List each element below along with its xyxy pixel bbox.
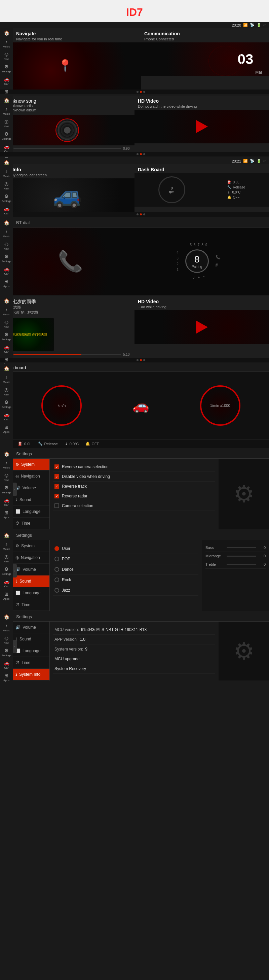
left-handle-3[interactable]: ‹	[13, 640, 17, 653]
checkbox-reverse-track[interactable]	[54, 484, 59, 488]
sb3-music[interactable]: ♪Music	[3, 169, 10, 178]
sidebar-settings[interactable]: ⚙Settings	[2, 64, 11, 73]
communication-card[interactable]: Communication Phone Connected 03 Mar	[141, 28, 269, 89]
option-reverse-camera[interactable]: Reverse camera selection	[53, 462, 215, 472]
nav2-language[interactable]: ⬜ Language	[13, 587, 49, 599]
nav-time[interactable]: ⏱ Time	[13, 518, 49, 530]
sb5-settings[interactable]: ⚙Settings	[2, 332, 11, 341]
sidebar-music[interactable]: ♪Music	[3, 39, 10, 48]
sidebar-navi[interactable]: ◎Navi	[4, 51, 9, 60]
radio-jazz[interactable]	[54, 588, 59, 593]
sound-jazz[interactable]: Jazz	[53, 585, 198, 596]
progress-area[interactable]: 0:00 0:90	[0, 145, 134, 152]
navigate-card[interactable]: Navigate Navigate for you in real time 📍	[13, 28, 141, 89]
sb4-car[interactable]: 🚗Car	[4, 266, 9, 275]
sb8-apps[interactable]: ⊞Apps	[3, 591, 9, 600]
nav2-system[interactable]: ⚙ System	[13, 540, 49, 552]
sb6-car[interactable]: 🚗Car	[4, 412, 9, 421]
radio-user[interactable]	[54, 546, 59, 551]
nav2-time[interactable]: ⏱ Time	[13, 599, 49, 611]
sb6-navi[interactable]: ◎Navi	[4, 387, 9, 396]
sb6-apps[interactable]: ⊞Apps	[3, 425, 9, 433]
nav-language[interactable]: ⬜ Language	[13, 506, 49, 518]
nav2-navigation[interactable]: ◎ Navigation	[13, 552, 49, 564]
sound-user[interactable]: User	[53, 544, 198, 554]
music2-card[interactable]: ♪十七岁的雨季 👤 林志颖 💿 最动听的...林志颖 欢乐玩家每期精彩 你们在天…	[0, 296, 134, 358]
nav2-sound[interactable]: ♩ Sound	[13, 576, 49, 587]
bass-slider[interactable]	[226, 547, 256, 548]
midrange-slider[interactable]	[226, 555, 256, 557]
sb7-apps[interactable]: ⊞Apps	[3, 510, 9, 519]
bass-row[interactable]: Bass 0	[206, 544, 266, 552]
left-handle-1[interactable]: ‹	[13, 483, 17, 496]
sb8-settings[interactable]: ⚙Settings	[2, 566, 11, 576]
sb3-navi[interactable]: ◎Navi	[4, 181, 9, 190]
sb8-home[interactable]: 🏠	[4, 533, 9, 538]
sb9-settings[interactable]: ⚙Settings	[2, 648, 11, 657]
sb3-home[interactable]: 🏠	[4, 160, 9, 165]
sb2-navi[interactable]: ◎Navi	[4, 119, 9, 128]
sb5-car[interactable]: 🚗Car	[4, 344, 9, 353]
call-icon[interactable]: 📞	[215, 255, 221, 259]
checkbox-disable-video[interactable]	[54, 474, 59, 479]
sound-dance[interactable]: Dance	[53, 565, 198, 575]
hd-video2-card[interactable]: HD Video ...ao while driving	[134, 296, 269, 358]
sb9-car[interactable]: 🚗Car	[4, 660, 9, 670]
sysinfo-mcu-upgrade[interactable]: MCU upgrade	[53, 654, 215, 664]
sb8-car[interactable]: 🚗Car	[4, 579, 9, 588]
car-info-card[interactable]: Car Info Display original car screen 🚙	[0, 164, 134, 212]
left-handle-2[interactable]: ‹	[13, 564, 17, 578]
nav-volume[interactable]: 🔊 Volume	[13, 482, 49, 494]
sb2-home[interactable]: 🏠	[4, 98, 9, 103]
sb2-car[interactable]: 🚗Car	[4, 144, 9, 153]
sb5-navi[interactable]: ◎Navi	[4, 320, 9, 328]
radio-rock[interactable]	[54, 578, 59, 582]
sb6-music[interactable]: ♪Music	[3, 375, 10, 383]
treble-slider[interactable]	[226, 564, 256, 565]
radio-pop[interactable]	[54, 557, 59, 562]
option-reverse-track[interactable]: Reverse track	[53, 482, 215, 492]
sb7-settings[interactable]: ⚙Settings	[2, 485, 11, 494]
radio-dance[interactable]	[54, 567, 59, 572]
sb4-apps[interactable]: ⊞Apps	[3, 278, 9, 288]
sound-rock[interactable]: Rock	[53, 575, 198, 585]
progress-track[interactable]	[13, 148, 121, 149]
sb9-apps[interactable]: ⊞Apps	[3, 673, 9, 682]
back-3[interactable]: ↩	[263, 159, 266, 163]
nav3-sound[interactable]: ♩ Sound	[13, 633, 49, 645]
sysinfo-recovery[interactable]: System Recovery	[53, 664, 215, 674]
sb5-music[interactable]: ♪Music	[3, 307, 10, 316]
dashboard-card[interactable]: Dash Board 0 rpm ⛽0.0L 🔧Release 🌡0.0°C 🔔…	[134, 164, 269, 212]
sb2-settings[interactable]: ⚙Settings	[2, 131, 11, 140]
sb7-music[interactable]: ♪Music	[3, 460, 10, 469]
nav3-language[interactable]: ⬜ Language	[13, 645, 49, 657]
sb9-navi[interactable]: ◎Navi	[4, 635, 9, 644]
nav-navigation[interactable]: ◎ Navigation	[13, 471, 49, 482]
sb3-settings[interactable]: ⚙Settings	[2, 194, 11, 203]
sidebar-car[interactable]: 🚗Car	[4, 76, 9, 86]
nav-sound[interactable]: ♩ Sound	[13, 494, 49, 506]
nav3-sysinfo[interactable]: ℹ System Info	[13, 669, 49, 681]
option-disable-video[interactable]: Disable video when driving	[53, 472, 215, 482]
sb7-car[interactable]: 🚗Car	[4, 497, 9, 506]
option-reverse-radar[interactable]: Reverse radar	[53, 492, 215, 501]
nav3-time[interactable]: ⏱ Time	[13, 657, 49, 669]
checkbox-camera-selection[interactable]	[54, 503, 59, 508]
checkbox-reverse-camera[interactable]	[54, 465, 59, 469]
music-card[interactable]: ♪Unknow song 👤 unknown artist 💿 Unknown …	[0, 95, 134, 152]
midrange-row[interactable]: Midrange 0	[206, 552, 266, 560]
sound-pop[interactable]: POP	[53, 554, 198, 565]
treble-row[interactable]: Treble 0	[206, 560, 266, 569]
nav2-volume[interactable]: 🔊 Volume	[13, 564, 49, 576]
back-icon[interactable]: ↩	[263, 23, 266, 27]
sb2-music[interactable]: ♪Music	[3, 107, 10, 115]
sb7-navi[interactable]: ◎Navi	[4, 473, 9, 482]
sb4-navi[interactable]: ◎Navi	[4, 241, 9, 250]
sb9-home[interactable]: 🏠	[4, 614, 9, 620]
sb9-music[interactable]: ♪Music	[3, 623, 10, 632]
option-camera-selection[interactable]: Camera selection	[53, 501, 215, 511]
sidebar-home[interactable]: 🏠	[4, 30, 9, 36]
sb8-navi[interactable]: ◎Navi	[4, 554, 9, 563]
sb3-car[interactable]: 🚗Car	[4, 206, 9, 215]
progress-area-2[interactable]: 3:18 5:10	[0, 352, 134, 358]
